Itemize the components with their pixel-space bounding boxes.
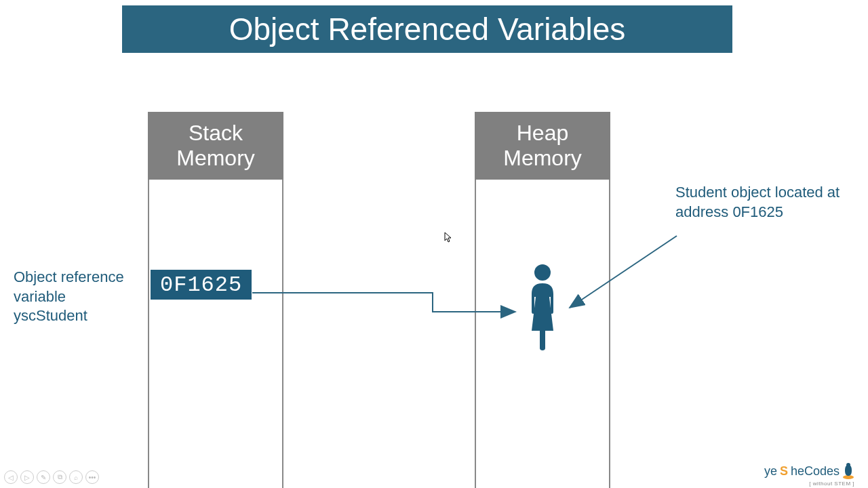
person-icon <box>522 263 563 351</box>
reference-arrows <box>0 0 868 488</box>
svg-point-2 <box>846 463 850 467</box>
screen-button[interactable]: ⧉ <box>53 470 66 484</box>
right-annotation: Student object located at address 0F1625 <box>675 183 845 222</box>
play-button[interactable]: ▷ <box>20 470 34 484</box>
stack-address-value: 0F1625 <box>151 270 252 300</box>
left-annotation: Object reference variable yscStudent <box>14 268 142 326</box>
pen-button[interactable]: ✎ <box>37 470 50 484</box>
slide-title: Object Referenced Variables <box>122 5 732 53</box>
logo-text-s: S <box>780 464 788 479</box>
player-controls: ◁ ▷ ✎ ⧉ ⌕ ••• <box>4 470 99 484</box>
logo-text-pre: ye <box>764 464 777 479</box>
stack-memory-body <box>148 180 283 488</box>
logo-subtitle: [ without STEM ] <box>809 481 854 487</box>
more-button[interactable]: ••• <box>85 470 99 484</box>
brand-logo: yeSheCodes [ without STEM ] <box>764 462 854 480</box>
prev-button[interactable]: ◁ <box>4 470 18 484</box>
zoom-button[interactable]: ⌕ <box>69 470 83 484</box>
logo-text-post: heCodes <box>791 464 840 479</box>
heap-memory-header: Heap Memory <box>475 112 610 180</box>
mouse-cursor-icon <box>444 232 452 243</box>
stack-memory-header: Stack Memory <box>148 112 283 180</box>
buddha-icon <box>842 462 854 480</box>
svg-point-0 <box>534 264 551 281</box>
